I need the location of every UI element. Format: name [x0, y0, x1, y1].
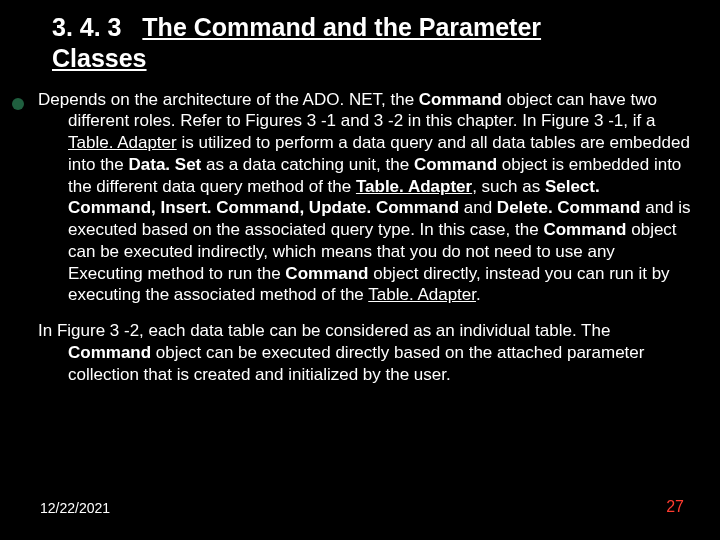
footer-page: 27 — [666, 498, 684, 516]
heading-title: The Command and the Parameter Classes — [52, 13, 541, 72]
footer-date: 12/22/2021 — [40, 500, 110, 516]
heading-number: 3. 4. 3 — [52, 13, 122, 41]
term-dataset: Data. Set — [129, 155, 202, 174]
term-command: Command — [543, 220, 626, 239]
term-tableadapter: Table. Adapter — [368, 285, 476, 304]
term-tableadapter: Table. Adapter — [68, 133, 177, 152]
slide: 3. 4. 3 The Command and the Parameter Cl… — [0, 0, 720, 540]
text-run: In Figure 3 -2, each data table can be c… — [38, 321, 610, 340]
text-run: . — [476, 285, 481, 304]
text-run: Depends on the architecture of the ADO. … — [38, 90, 419, 109]
term-command: Command — [419, 90, 502, 109]
body-text: Depends on the architecture of the ADO. … — [38, 89, 692, 386]
term-command: Command — [68, 343, 151, 362]
text-run: , such as — [472, 177, 545, 196]
term-command: Command — [414, 155, 497, 174]
bullet-icon — [12, 98, 24, 110]
text-run: object can be executed directly based on… — [68, 343, 644, 384]
text-run: as a data catching unit, the — [201, 155, 414, 174]
paragraph-2: In Figure 3 -2, each data table can be c… — [38, 320, 692, 385]
term-deletecommand: Delete. Command — [497, 198, 641, 217]
term-command: Command — [285, 264, 368, 283]
paragraph-1: Depends on the architecture of the ADO. … — [38, 89, 692, 307]
text-run: and — [459, 198, 497, 217]
section-heading: 3. 4. 3 The Command and the Parameter Cl… — [52, 12, 612, 75]
term-tableadapter: Table. Adapter — [356, 177, 472, 196]
